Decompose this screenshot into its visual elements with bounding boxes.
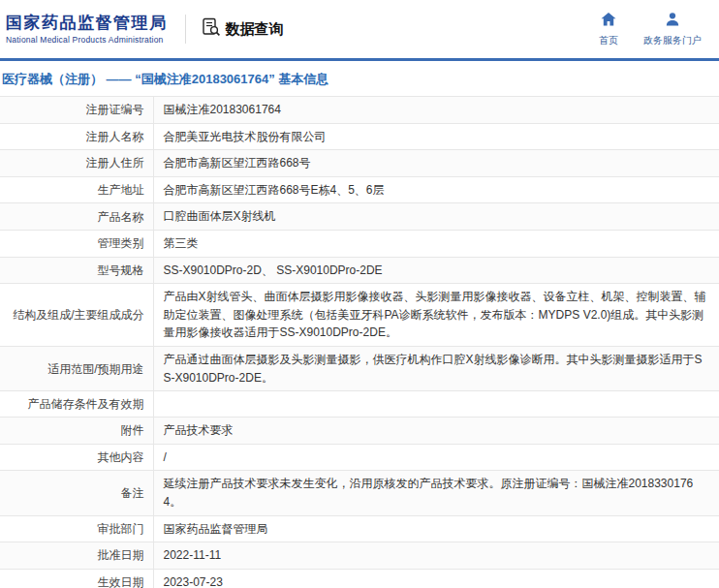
info-table: 注册证编号 国械注准20183061764 注册人名称 合肥美亚光电技术股份有限… bbox=[0, 96, 719, 588]
row-value: 国械注准20183061764 bbox=[153, 97, 719, 124]
row-label: 生产地址 bbox=[0, 176, 153, 203]
table-row: 备注 延续注册产品技术要求未发生变化，沿用原核发的产品技术要求。原注册证编号：国… bbox=[0, 471, 719, 515]
row-label-text: 其他内容 bbox=[98, 450, 144, 464]
table-row: 注册人名称 合肥美亚光电技术股份有限公司 bbox=[0, 123, 719, 150]
row-value: / bbox=[153, 444, 719, 471]
row-label: 注册证编号 bbox=[0, 97, 153, 124]
table-row: 注册证编号 国械注准20183061764 bbox=[0, 97, 719, 124]
row-label: 其他内容 bbox=[0, 444, 153, 471]
table-row: 适用范围/预期用途 产品通过曲面体层摄影及头影测量摄影，供医疗机构作口腔X射线影… bbox=[0, 346, 719, 390]
row-label: 批准日期 bbox=[0, 542, 153, 570]
row-label-text: 批准日期 bbox=[98, 548, 144, 562]
portal-icon bbox=[664, 11, 681, 32]
row-value: 产品通过曲面体层摄影及头影测量摄影，供医疗机构作口腔X射线影像诊断用。其中头影测… bbox=[153, 346, 719, 390]
row-label-text: 型号规格 bbox=[98, 263, 144, 277]
table-row: 审批部门 国家药品监督管理局 bbox=[0, 515, 719, 542]
row-label: 型号规格 bbox=[0, 257, 153, 284]
row-value: 延续注册产品技术要求未发生变化，沿用原核发的产品技术要求。原注册证编号：国械注准… bbox=[153, 471, 719, 515]
row-label: 注册人名称 bbox=[0, 123, 153, 150]
breadcrumb: 医疗器械（注册） —— “国械注准20183061764” 基本信息 bbox=[0, 61, 719, 96]
row-label-text: 注册证编号 bbox=[86, 103, 144, 116]
row-value: 产品技术要求 bbox=[153, 418, 719, 445]
row-label-text: 注册人住所 bbox=[86, 156, 144, 170]
row-label: 备注 bbox=[0, 471, 153, 515]
row-label-text: 产品名称 bbox=[98, 210, 144, 224]
table-row: 生产地址 合肥市高新区望江西路668号E栋4、5、6层 bbox=[0, 176, 719, 203]
row-label: 结构及组成/主要组成成分 bbox=[0, 284, 153, 347]
row-label-text: 生效日期 bbox=[98, 575, 144, 588]
table-row: 其他内容 / bbox=[0, 444, 719, 471]
site-subtitle: National Medical Products Administration bbox=[6, 35, 168, 45]
row-label-text: 注册人名称 bbox=[86, 130, 144, 143]
row-value: 合肥市高新区望江西路668号 bbox=[153, 150, 719, 177]
row-value: 产品由X射线管头、曲面体层摄影用影像接收器、头影测量用影像接收器、设备立柱、机架… bbox=[153, 284, 719, 347]
header-nav: 首页 政务服务门户 bbox=[599, 11, 705, 47]
row-value: 2022-11-11 bbox=[153, 542, 719, 570]
data-query-label: 数据查询 bbox=[226, 20, 284, 39]
table-row: 产品储存条件及有效期 bbox=[0, 391, 719, 418]
row-value: 口腔曲面体层X射线机 bbox=[153, 203, 719, 231]
data-query-icon bbox=[202, 17, 221, 41]
table-row: 型号规格 SS-X9010DPro-2D、 SS-X9010DPro-2DE bbox=[0, 257, 719, 284]
row-label: 适用范围/预期用途 bbox=[0, 346, 153, 390]
home-icon bbox=[600, 11, 617, 32]
row-label: 注册人住所 bbox=[0, 150, 153, 177]
row-value: 合肥美亚光电技术股份有限公司 bbox=[153, 123, 719, 150]
table-row: 产品名称 口腔曲面体层X射线机 bbox=[0, 203, 719, 231]
table-row: 管理类别 第三类 bbox=[0, 230, 719, 257]
data-query-nav[interactable]: 数据查询 bbox=[202, 17, 284, 41]
table-row: 附件 产品技术要求 bbox=[0, 418, 719, 445]
table-row: 注册人住所 合肥市高新区望江西路668号 bbox=[0, 150, 719, 177]
row-label-text: 审批部门 bbox=[98, 522, 144, 536]
row-label: 生效日期 bbox=[0, 569, 153, 588]
row-value: 国家药品监督管理局 bbox=[153, 515, 719, 542]
info-table-body: 注册证编号 国械注准20183061764 注册人名称 合肥美亚光电技术股份有限… bbox=[0, 97, 719, 588]
row-value: 合肥市高新区望江西路668号E栋4、5、6层 bbox=[153, 176, 719, 203]
row-value: SS-X9010DPro-2D、 SS-X9010DPro-2DE bbox=[153, 257, 719, 284]
row-label: 附件 bbox=[0, 418, 153, 445]
row-label-text: 备注 bbox=[121, 486, 144, 500]
row-label-text: 产品储存条件及有效期 bbox=[28, 397, 144, 411]
row-label: 审批部门 bbox=[0, 515, 153, 542]
row-label: 产品名称 bbox=[0, 203, 153, 231]
row-value: 2023-07-23 bbox=[153, 569, 719, 588]
nav-home-label: 首页 bbox=[599, 34, 618, 47]
row-label: 产品储存条件及有效期 bbox=[0, 391, 153, 418]
row-label: 管理类别 bbox=[0, 230, 153, 257]
row-label-text: 生产地址 bbox=[98, 183, 144, 197]
site-title: 国家药品监督管理局 bbox=[6, 14, 168, 33]
nav-home[interactable]: 首页 bbox=[599, 11, 618, 47]
row-label-text: 管理类别 bbox=[98, 236, 144, 250]
row-label-text: 结构及组成/主要组成成分 bbox=[13, 308, 143, 322]
row-label-text: 附件 bbox=[121, 423, 144, 437]
table-row: 生效日期 2023-07-23 bbox=[0, 569, 719, 588]
row-label-text: 适用范围/预期用途 bbox=[47, 362, 143, 376]
site-header: 国家药品监督管理局 National Medical Products Admi… bbox=[0, 0, 719, 58]
site-logo[interactable]: 国家药品监督管理局 National Medical Products Admi… bbox=[6, 14, 168, 45]
header-divider bbox=[185, 15, 186, 44]
row-value bbox=[153, 391, 719, 418]
nav-portal-label: 政务服务门户 bbox=[643, 34, 702, 47]
table-row: 结构及组成/主要组成成分 产品由X射线管头、曲面体层摄影用影像接收器、头影测量用… bbox=[0, 284, 719, 347]
table-row: 批准日期 2022-11-11 bbox=[0, 542, 719, 570]
nav-portal[interactable]: 政务服务门户 bbox=[643, 11, 702, 47]
row-value: 第三类 bbox=[153, 230, 719, 257]
